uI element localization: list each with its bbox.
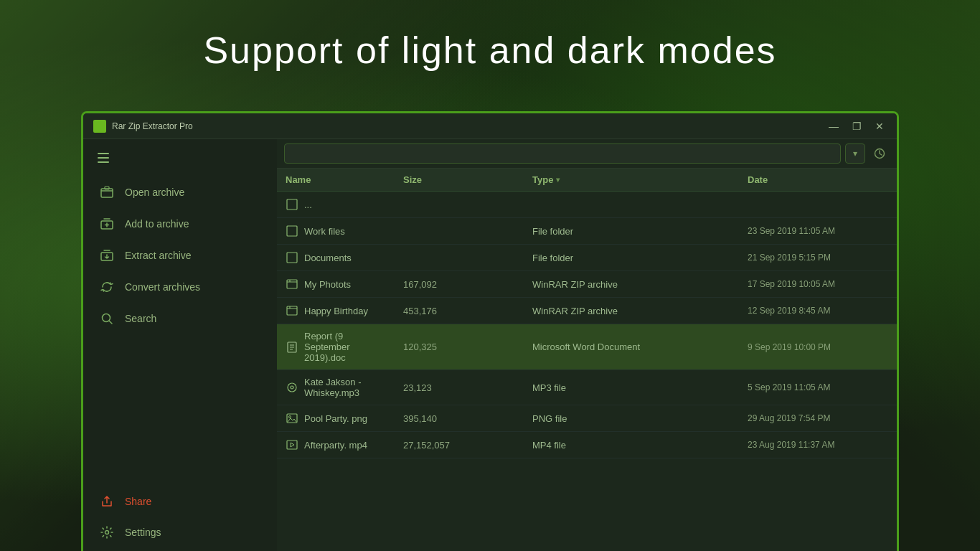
file-size: 167,092 bbox=[403, 279, 437, 290]
sidebar-item-add-to-archive[interactable]: Add to archive bbox=[88, 209, 273, 239]
cell-type: WinRAR ZIP archive bbox=[524, 271, 739, 297]
settings-label: Settings bbox=[125, 527, 161, 538]
title-bar-left: Rar Zip Extractor Pro bbox=[93, 120, 193, 133]
main-area: Open archive Add to archive bbox=[83, 139, 897, 551]
cell-date: 23 Sep 2019 11:05 AM bbox=[739, 218, 897, 244]
table-row[interactable]: Documents File folder 21 Sep 2019 5:15 P… bbox=[277, 245, 897, 271]
type-sort-icon: ▾ bbox=[556, 176, 560, 184]
hamburger-line-3 bbox=[98, 161, 109, 163]
cell-date: 17 Sep 2019 10:05 AM bbox=[739, 271, 897, 297]
share-icon bbox=[99, 494, 115, 509]
file-type: MP4 file bbox=[532, 440, 566, 451]
file-date: 29 Aug 2019 7:54 PM bbox=[748, 413, 830, 423]
cell-size: 23,123 bbox=[395, 370, 524, 405]
file-date: 23 Aug 2019 11:37 AM bbox=[748, 440, 834, 450]
cell-date: 5 Sep 2019 11:05 AM bbox=[739, 370, 897, 405]
svg-point-14 bbox=[291, 386, 293, 389]
svg-point-16 bbox=[289, 416, 291, 418]
sidebar-item-open-archive[interactable]: Open archive bbox=[88, 177, 273, 207]
history-button[interactable] bbox=[870, 143, 890, 164]
file-size: 395,140 bbox=[403, 413, 437, 424]
settings-icon bbox=[99, 524, 115, 540]
cell-type bbox=[524, 192, 739, 217]
file-icon bbox=[286, 225, 298, 237]
table-row[interactable]: Afterparty. mp4 27,152,057 MP4 file 23 A… bbox=[277, 432, 897, 458]
file-name: Kate Jakson - Whiskey.mp3 bbox=[304, 377, 386, 398]
file-size: 27,152,057 bbox=[403, 440, 450, 451]
open-archive-icon bbox=[99, 184, 115, 200]
cell-size bbox=[395, 218, 524, 244]
svg-rect-17 bbox=[287, 441, 297, 449]
table-row[interactable]: ... bbox=[277, 192, 897, 218]
file-size: 120,325 bbox=[403, 342, 437, 352]
close-button[interactable]: ✕ bbox=[870, 119, 890, 133]
file-name: Report (9 September 2019).doc bbox=[304, 331, 386, 363]
sidebar-item-search[interactable]: Search bbox=[88, 303, 273, 334]
col-header-type[interactable]: Type ▾ bbox=[524, 169, 739, 191]
app-window: Rar Zip Extractor Pro — ❐ ✕ bbox=[81, 111, 899, 551]
cell-type: File folder bbox=[524, 218, 739, 244]
file-size: 23,123 bbox=[403, 382, 432, 393]
title-bar: Rar Zip Extractor Pro — ❐ ✕ bbox=[83, 113, 897, 139]
sidebar-item-share[interactable]: Share bbox=[88, 486, 273, 517]
cell-name: My Photots bbox=[277, 271, 395, 297]
table-row[interactable]: Report (9 September 2019).doc 120,325 Mi… bbox=[277, 324, 897, 370]
hamburger-line-2 bbox=[98, 157, 109, 159]
cell-name: Work files bbox=[277, 218, 395, 244]
cell-name: ... bbox=[277, 192, 395, 217]
file-name: Afterparty. mp4 bbox=[304, 440, 367, 451]
svg-rect-0 bbox=[101, 189, 113, 197]
cell-name: Report (9 September 2019).doc bbox=[277, 324, 395, 369]
dropdown-icon: ▾ bbox=[853, 149, 857, 159]
cell-type: MP3 file bbox=[524, 370, 739, 405]
cell-name: Pool Party. png bbox=[277, 405, 395, 431]
add-archive-label: Add to archive bbox=[125, 218, 189, 230]
cell-name: Afterparty. mp4 bbox=[277, 432, 395, 458]
file-type: Microsoft Word Document bbox=[532, 342, 640, 352]
file-table: Name Size Type ▾ Date . bbox=[277, 169, 897, 551]
maximize-button[interactable]: ❐ bbox=[847, 119, 867, 133]
svg-rect-8 bbox=[287, 226, 297, 236]
table-row[interactable]: Kate Jakson - Whiskey.mp3 23,123 MP3 fil… bbox=[277, 370, 897, 405]
file-date: 17 Sep 2019 10:05 AM bbox=[748, 279, 835, 289]
svg-rect-10 bbox=[287, 280, 297, 288]
file-date: 23 Sep 2019 11:05 AM bbox=[748, 226, 835, 236]
table-row[interactable]: Work files File folder 23 Sep 2019 11:05… bbox=[277, 218, 897, 245]
table-row[interactable]: Happy Birthday 453,176 WinRAR ZIP archiv… bbox=[277, 298, 897, 324]
file-name: Documents bbox=[304, 253, 352, 263]
hamburger-button[interactable] bbox=[90, 145, 116, 171]
extract-archive-icon bbox=[99, 248, 115, 263]
cell-date: 23 Aug 2019 11:37 AM bbox=[739, 432, 897, 458]
svg-rect-7 bbox=[287, 199, 297, 209]
cell-name: Kate Jakson - Whiskey.mp3 bbox=[277, 370, 395, 405]
col-header-date: Date bbox=[739, 169, 897, 191]
cell-size: 120,325 bbox=[395, 324, 524, 369]
file-type: File folder bbox=[532, 253, 573, 263]
cell-type: WinRAR ZIP archive bbox=[524, 298, 739, 324]
file-icon bbox=[286, 198, 298, 211]
file-date: 21 Sep 2019 5:15 PM bbox=[748, 253, 831, 263]
sidebar-item-settings[interactable]: Settings bbox=[88, 517, 273, 547]
table-row[interactable]: Pool Party. png 395,140 PNG file 29 Aug … bbox=[277, 405, 897, 432]
sidebar-item-extract-archive[interactable]: Extract archive bbox=[88, 240, 273, 270]
search-input[interactable] bbox=[284, 143, 841, 164]
dropdown-button[interactable]: ▾ bbox=[845, 143, 865, 164]
svg-rect-11 bbox=[287, 306, 297, 315]
hamburger-line-1 bbox=[98, 153, 109, 154]
app-icon bbox=[93, 120, 106, 133]
search-bar: ▾ bbox=[277, 139, 897, 169]
file-icon bbox=[286, 438, 298, 451]
table-row[interactable]: My Photots 167,092 WinRAR ZIP archive 17… bbox=[277, 271, 897, 298]
file-date: 9 Sep 2019 10:00 PM bbox=[748, 342, 831, 352]
page-title: Support of light and dark modes bbox=[0, 29, 980, 72]
minimize-button[interactable]: — bbox=[824, 119, 844, 133]
cell-date: 9 Sep 2019 10:00 PM bbox=[739, 324, 897, 369]
svg-point-5 bbox=[105, 531, 109, 534]
cell-type: File folder bbox=[524, 245, 739, 270]
sidebar-item-convert-archives[interactable]: Convert archives bbox=[88, 272, 273, 302]
file-size: 453,176 bbox=[403, 306, 437, 316]
cell-size bbox=[395, 192, 524, 217]
cell-type: MP4 file bbox=[524, 432, 739, 458]
share-label: Share bbox=[125, 496, 151, 507]
cell-date: 29 Aug 2019 7:54 PM bbox=[739, 405, 897, 431]
